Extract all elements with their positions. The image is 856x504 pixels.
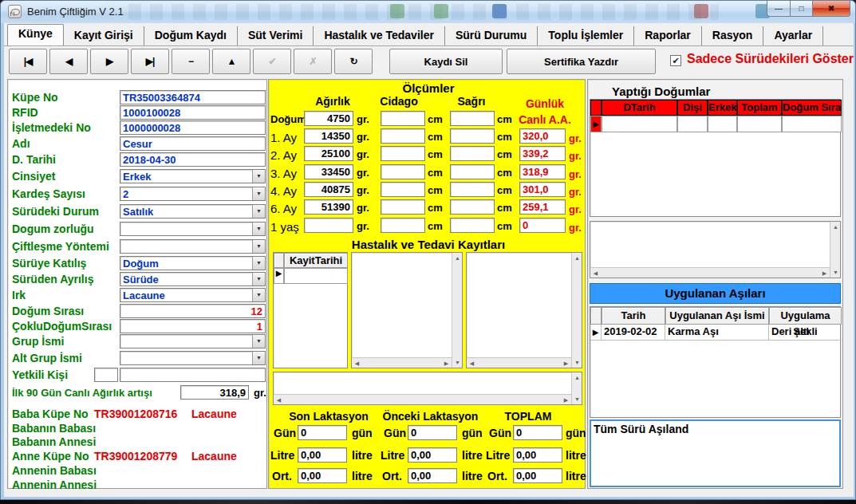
edit-record-button[interactable]: ▲ xyxy=(212,49,250,74)
cancel-record-button[interactable]: ✗ xyxy=(294,49,332,74)
chevron-down-icon[interactable]: ▼ xyxy=(252,289,265,301)
daily-gain-input[interactable] xyxy=(519,182,566,197)
tab-suru-durumu[interactable]: Sürü Durumu xyxy=(445,26,538,45)
chevron-down-icon[interactable]: ▼ xyxy=(252,273,265,285)
suruye-katilis-select[interactable]: Doğum ▼ xyxy=(120,256,266,270)
cidago-input[interactable] xyxy=(381,111,425,126)
tab-hastalik-tedaviler[interactable]: Hastalık ve Tedaviler xyxy=(314,26,444,45)
minimize-button[interactable]: — xyxy=(767,1,791,17)
irk-select[interactable]: Lacaune ▼ xyxy=(120,288,266,302)
sagri-input[interactable] xyxy=(450,146,495,161)
cidago-input[interactable] xyxy=(381,164,425,179)
chevron-down-icon[interactable]: ▼ xyxy=(252,335,265,348)
adi-input[interactable] xyxy=(120,136,266,151)
tab-kayit-girisi[interactable]: Kayıt Girişi xyxy=(64,26,144,45)
weight-input[interactable] xyxy=(304,111,353,126)
chevron-down-icon[interactable]: ▼ xyxy=(252,222,265,235)
toplam-header[interactable]: Toplam xyxy=(737,100,782,116)
scrollbar[interactable]: ▲ ▼ xyxy=(571,253,582,368)
delete-record-button[interactable]: − xyxy=(172,49,210,74)
last-record-button[interactable]: ▶| xyxy=(131,49,169,74)
rfid-input[interactable] xyxy=(120,105,266,120)
taskbar[interactable] xyxy=(0,500,856,504)
dogum-sirasi-input[interactable] xyxy=(120,304,266,318)
tab-dogum-kaydi[interactable]: Doğum Kaydı xyxy=(144,26,238,45)
coklu-dogum-sirasi-input[interactable] xyxy=(120,319,266,333)
scrollbar[interactable]: ▲ ▼ xyxy=(830,222,840,278)
dtarih-header[interactable]: DTarih xyxy=(602,100,677,116)
chevron-down-icon[interactable]: ▼ xyxy=(252,257,265,270)
daily-gain-input[interactable] xyxy=(519,218,566,233)
cidago-input[interactable] xyxy=(381,146,425,161)
cidago-input[interactable] xyxy=(381,199,425,215)
kardes-sayisi-select[interactable]: 2 ▼ xyxy=(120,187,266,201)
vaccine-note[interactable]: Tüm Sürü Aşıland xyxy=(590,419,841,487)
titlebar[interactable]: Benim Çiftliğim V 2.1 — □ ✖ xyxy=(1,1,855,23)
sertifika-yazdir-button[interactable]: Sertifika Yazdır xyxy=(507,49,656,74)
health-memo-2[interactable]: ▲ ▼ ◀ ▶ xyxy=(466,252,582,368)
births-grid[interactable]: DTarih Dişi Erkek Toplam Doğum Sıra ▶ xyxy=(590,99,841,217)
toplam-ort-input[interactable] xyxy=(513,468,562,483)
cinsiyet-select[interactable]: Erkek ▼ xyxy=(120,169,266,183)
births-memo[interactable]: ▲ ▼ ◀ ▶ xyxy=(590,221,841,278)
tab-toplu-islemler[interactable]: Toplu İşlemler xyxy=(538,26,634,45)
post-record-button[interactable]: ✔ xyxy=(253,49,291,74)
tab-kunye[interactable]: Künye xyxy=(7,24,64,45)
chevron-down-icon[interactable]: ▼ xyxy=(252,240,265,253)
tarih-header[interactable]: Tarih xyxy=(602,307,665,325)
scrollbar[interactable]: ◀ ▶ xyxy=(590,267,830,278)
dogum-zorlugu-select[interactable]: ▼ xyxy=(120,222,266,236)
ilk90-input[interactable] xyxy=(180,385,249,400)
scrollbar[interactable]: ▲ ▼ xyxy=(452,253,462,368)
cidago-input[interactable] xyxy=(381,218,425,233)
dogum-sira-header[interactable]: Doğum Sıra xyxy=(782,100,842,116)
close-button[interactable]: ✖ xyxy=(813,1,850,17)
kayit-tarihi-header[interactable]: KayitTarihi xyxy=(284,253,348,268)
daily-gain-input[interactable] xyxy=(519,146,566,161)
health-grid[interactable]: KayitTarihi ▶ xyxy=(273,252,348,368)
vaccine-name[interactable]: Karma Aşı xyxy=(665,325,769,341)
sagri-input[interactable] xyxy=(450,128,495,144)
show-only-herd-checkbox[interactable]: ✔ xyxy=(670,55,681,66)
chevron-down-icon[interactable]: ▼ xyxy=(252,205,265,218)
chevron-down-icon[interactable]: ▼ xyxy=(252,187,265,200)
daily-gain-input[interactable] xyxy=(519,199,566,215)
alt-grup-ismi-select[interactable]: ▼ xyxy=(120,351,266,365)
chevron-down-icon[interactable]: ▼ xyxy=(252,170,265,183)
vaccines-grid[interactable]: Tarih Uygulanan Aşı İsmi Uygulama Şekli … xyxy=(590,306,841,418)
first-record-button[interactable]: |◀ xyxy=(9,49,47,74)
kaydi-sil-button[interactable]: Kaydı Sil xyxy=(389,49,503,74)
cidago-input[interactable] xyxy=(381,182,425,197)
daily-gain-input[interactable] xyxy=(519,164,566,179)
ciftlesme-yontemi-select[interactable]: ▼ xyxy=(120,239,266,254)
weight-input[interactable] xyxy=(304,199,353,215)
sagri-input[interactable] xyxy=(450,199,495,215)
weight-input[interactable] xyxy=(304,218,353,233)
next-record-button[interactable]: ▶ xyxy=(90,49,128,74)
toplam-litre-input[interactable] xyxy=(513,447,562,463)
scrollbar[interactable]: ◀ ▶ xyxy=(467,357,571,368)
scrollbar[interactable]: ◀ ▶ xyxy=(352,357,452,368)
cidago-input[interactable] xyxy=(381,128,425,144)
refresh-record-button[interactable]: ↻ xyxy=(334,49,373,74)
weight-input[interactable] xyxy=(304,128,353,144)
tab-raporlar[interactable]: Raporlar xyxy=(634,26,702,45)
maximize-button[interactable]: □ xyxy=(791,1,813,17)
sagri-input[interactable] xyxy=(450,111,495,126)
suruden-ayrilis-select[interactable]: Sürüde ▼ xyxy=(120,272,266,286)
prev-record-button[interactable]: ◀ xyxy=(49,49,88,74)
weight-input[interactable] xyxy=(304,146,353,161)
son-gun-input[interactable] xyxy=(298,425,347,440)
sagri-input[interactable] xyxy=(450,182,495,197)
tab-rasyon[interactable]: Rasyon xyxy=(702,26,764,45)
sagri-input[interactable] xyxy=(450,164,495,179)
isletme-no-input[interactable] xyxy=(120,120,266,135)
yetkili-kisi-code-input[interactable] xyxy=(94,368,118,382)
weight-input[interactable] xyxy=(304,182,353,197)
son-ort-input[interactable] xyxy=(298,468,347,483)
health-memo-1[interactable]: ▲ ▼ ◀ ▶ xyxy=(351,252,463,368)
weight-input[interactable] xyxy=(304,164,353,179)
scrollbar[interactable]: ◀ ▶ xyxy=(274,394,571,404)
daily-gain-input[interactable] xyxy=(519,128,566,144)
tab-sut-verimi[interactable]: Süt Verimi xyxy=(238,26,314,45)
